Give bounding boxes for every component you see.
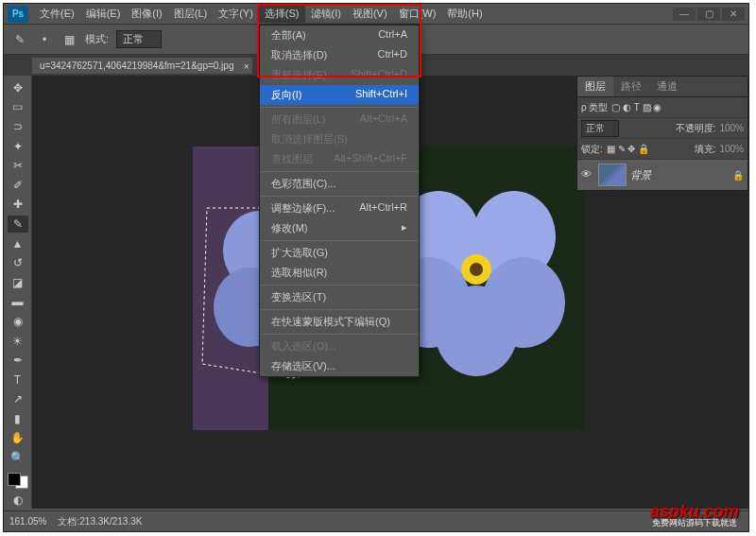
tools-panel: ✥ ▭ ⊃ ✦ ✂ ✐ ✚ ✎ ▲ ↺ ◪ ▬ ◉ ☀ ✒ T ↗ ▮ ✋ 🔍 …: [4, 76, 32, 509]
document-tab[interactable]: u=3424762571,4064219984&fm=21&gp=0.jpg ×: [32, 58, 252, 74]
menu-item[interactable]: 变换选区(T): [260, 287, 419, 307]
blur-tool[interactable]: ◉: [8, 313, 28, 330]
menu-layer[interactable]: 图层(L): [168, 5, 213, 23]
shape-tool[interactable]: ▮: [8, 410, 28, 427]
channels-tab[interactable]: 通道: [649, 77, 685, 96]
ps-logo: Ps: [8, 6, 28, 23]
stamp-tool[interactable]: ▲: [8, 235, 28, 252]
crop-tool[interactable]: ✂: [8, 157, 28, 174]
paths-tab[interactable]: 路径: [613, 77, 649, 96]
marquee-tool[interactable]: ▭: [8, 99, 28, 116]
eraser-tool[interactable]: ◪: [8, 274, 28, 291]
document-size: 文档:213.3K/213.3K: [58, 515, 142, 528]
menu-item[interactable]: 反向(I)Shift+Ctrl+I: [260, 85, 419, 105]
maximize-button[interactable]: ▢: [697, 8, 720, 21]
menu-item[interactable]: 全部(A)Ctrl+A: [260, 26, 419, 45]
menu-item[interactable]: 扩大选取(G): [260, 243, 419, 263]
menu-item: 所有图层(L)Alt+Ctrl+A: [260, 110, 419, 130]
brush-tool[interactable]: ✎: [8, 216, 28, 233]
brush-tool-icon: ✎: [11, 31, 28, 48]
menu-file[interactable]: 文件(E): [34, 5, 80, 23]
lock-icons[interactable]: ▦ ✎ ✥ 🔒: [607, 144, 649, 154]
menu-item[interactable]: 选取相似(R): [260, 263, 419, 283]
history-brush-tool[interactable]: ↺: [8, 254, 28, 271]
blend-mode-select[interactable]: 正常: [116, 30, 162, 48]
lock-label: 锁定:: [581, 143, 603, 156]
menu-item[interactable]: 色彩范围(C)...: [260, 174, 419, 194]
filter-kind-label: ρ 类型: [581, 101, 608, 114]
heal-tool[interactable]: ✚: [8, 197, 28, 214]
minimize-button[interactable]: —: [673, 8, 696, 21]
opacity-value[interactable]: 100%: [719, 123, 744, 133]
menu-item: 载入选区(O)...: [260, 337, 419, 356]
tab-close-icon[interactable]: ×: [244, 61, 249, 72]
layer-row[interactable]: 👁 背景 🔒: [577, 160, 747, 190]
zoom-tool[interactable]: 🔍: [8, 449, 28, 466]
visibility-icon[interactable]: 👁: [581, 168, 594, 182]
type-tool[interactable]: T: [8, 372, 28, 389]
hand-tool[interactable]: ✋: [8, 430, 28, 447]
menu-item[interactable]: 修改(M)▸: [260, 218, 419, 238]
brush-panel-icon[interactable]: ▦: [60, 31, 77, 48]
lasso-tool[interactable]: ⊃: [8, 118, 28, 135]
opacity-label: 不透明度:: [676, 122, 716, 135]
layers-tab[interactable]: 图层: [577, 77, 613, 96]
menubar: Ps 文件(E) 编辑(E) 图像(I) 图层(L) 文字(Y) 选择(S) 滤…: [4, 4, 748, 25]
menu-item[interactable]: 取消选择(D)Ctrl+D: [260, 45, 419, 65]
layers-panel: 图层 路径 通道 ρ 类型 ▢ ◐ T ▨ ◉ 正常 不透明度: 100% 锁定…: [576, 76, 748, 191]
menu-select[interactable]: 选择(S): [259, 5, 305, 23]
layer-thumbnail[interactable]: [598, 164, 627, 186]
menu-view[interactable]: 视图(V): [347, 5, 393, 23]
menu-text[interactable]: 文字(Y): [213, 5, 259, 23]
brush-preset-icon[interactable]: •: [36, 31, 53, 48]
select-menu-dropdown: 全部(A)Ctrl+A取消选择(D)Ctrl+D重新选择(E)Shift+Ctr…: [259, 25, 420, 377]
menu-filter[interactable]: 滤镜(I): [305, 5, 347, 23]
menu-item[interactable]: 在快速蒙版模式下编辑(Q): [260, 312, 419, 332]
lock-icon: 🔒: [732, 170, 744, 181]
svg-point-15: [470, 263, 483, 276]
fill-label: 填充:: [695, 143, 716, 156]
menu-image[interactable]: 图像(I): [126, 5, 167, 23]
status-bar: 161.05% 文档:213.3K/213.3K: [4, 510, 748, 531]
fg-color[interactable]: [8, 473, 21, 486]
filter-icons[interactable]: ▢ ◐ T ▨ ◉: [611, 102, 662, 112]
menu-edit[interactable]: 编辑(E): [80, 5, 127, 23]
menu-item[interactable]: 存储选区(V)...: [260, 356, 419, 376]
mode-label: 模式:: [85, 32, 109, 46]
menu-item: 查找图层Alt+Shift+Ctrl+F: [260, 149, 419, 169]
fill-value[interactable]: 100%: [719, 144, 744, 154]
pen-tool[interactable]: ✒: [8, 352, 28, 369]
layer-name: 背景: [630, 168, 651, 182]
menu-item: 取消选择图层(S): [260, 130, 419, 149]
close-button[interactable]: ✕: [722, 8, 745, 21]
path-tool[interactable]: ↗: [8, 391, 28, 408]
menu-item[interactable]: 调整边缘(F)...Alt+Ctrl+R: [260, 199, 419, 218]
quickmask-tool[interactable]: ◐: [8, 492, 28, 509]
dodge-tool[interactable]: ☀: [8, 333, 28, 350]
layer-blend-mode[interactable]: 正常: [581, 120, 619, 137]
wand-tool[interactable]: ✦: [8, 138, 28, 155]
menu-help[interactable]: 帮助(H): [441, 5, 488, 23]
color-swatch[interactable]: [8, 473, 28, 490]
menu-item: 重新选择(E)Shift+Ctrl+D: [260, 65, 419, 85]
watermark-subtitle: 免费网站源码下载就送: [652, 517, 737, 529]
svg-point-13: [435, 285, 518, 376]
eyedropper-tool[interactable]: ✐: [8, 177, 28, 194]
tab-title: u=3424762571,4064219984&fm=21&gp=0.jpg: [40, 61, 233, 71]
gradient-tool[interactable]: ▬: [8, 294, 28, 311]
move-tool[interactable]: ✥: [8, 79, 28, 96]
menu-window[interactable]: 窗口(W): [393, 5, 442, 23]
zoom-level[interactable]: 161.05%: [9, 516, 46, 527]
